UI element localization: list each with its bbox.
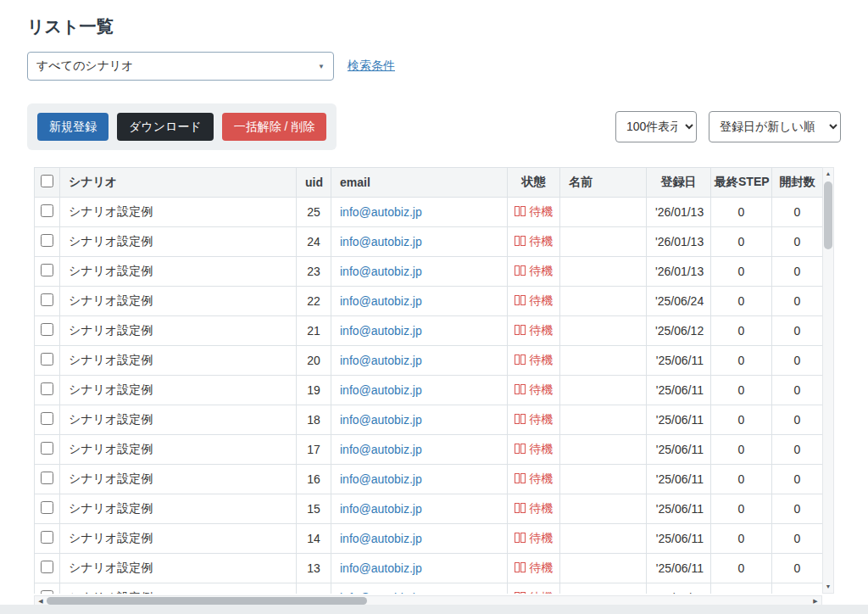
- scenario-select-value: すべてのシナリオ: [36, 59, 134, 74]
- missing-glyph-icon: [515, 531, 526, 544]
- email-link[interactable]: info@autobiz.jp: [340, 354, 422, 367]
- new-registration-button[interactable]: 新規登録: [37, 113, 108, 141]
- email-link[interactable]: info@autobiz.jp: [340, 591, 422, 594]
- filter-row: すべてのシナリオ ▼ 検索条件: [27, 52, 841, 81]
- row-checkbox[interactable]: [41, 323, 53, 336]
- cell-scenario: シナリオ設定例: [60, 256, 297, 286]
- email-link[interactable]: info@autobiz.jp: [340, 383, 422, 397]
- cell-last-step: 0: [711, 434, 772, 464]
- cell-uid: 20: [297, 345, 331, 375]
- row-checkbox-cell: [35, 523, 60, 553]
- cell-scenario: シナリオ設定例: [60, 315, 297, 345]
- row-checkbox[interactable]: [41, 234, 53, 247]
- header-scenario: シナリオ: [60, 167, 297, 197]
- row-checkbox[interactable]: [41, 472, 53, 484]
- cell-uid: 25: [297, 197, 331, 226]
- horizontal-scrollbar-thumb[interactable]: [47, 597, 367, 605]
- row-checkbox[interactable]: [41, 561, 53, 573]
- download-button[interactable]: ダウンロード: [117, 113, 214, 141]
- table-row: シナリオ設定例 15 info@autobiz.jp 待機 '25/06/11 …: [35, 494, 823, 523]
- table-row: シナリオ設定例 24 info@autobiz.jp 待機 '26/01/13 …: [35, 226, 823, 256]
- cell-date: '25/06/11: [647, 494, 711, 523]
- cell-name: [560, 286, 647, 315]
- email-link[interactable]: info@autobiz.jp: [340, 324, 422, 338]
- row-checkbox-cell: [35, 256, 60, 286]
- missing-glyph-icon: [515, 353, 526, 366]
- search-conditions-link[interactable]: 検索条件: [348, 59, 395, 74]
- list-table-area: シナリオ uid email 状態 名前 登録日 最終STEP 開封数 シナリオ…: [34, 167, 834, 594]
- cell-date: '26/01/13: [647, 256, 711, 286]
- cell-uid: 21: [297, 315, 331, 345]
- header-uid: uid: [297, 167, 331, 197]
- table-row: シナリオ設定例 18 info@autobiz.jp 待機 '25/06/11 …: [35, 405, 823, 434]
- missing-glyph-icon: [515, 264, 526, 277]
- cell-date: '26/01/13: [647, 197, 711, 226]
- row-checkbox[interactable]: [41, 412, 53, 425]
- table-row: シナリオ設定例 22 info@autobiz.jp 待機 '25/06/24 …: [35, 286, 823, 315]
- bulk-delete-button[interactable]: 一括解除 / 削除: [222, 113, 327, 141]
- missing-glyph-icon: [515, 472, 526, 485]
- button-group: 新規登録 ダウンロード 一括解除 / 削除: [27, 103, 337, 150]
- row-checkbox-cell: [35, 434, 60, 464]
- cell-scenario: シナリオ設定例: [60, 226, 297, 256]
- row-checkbox[interactable]: [41, 442, 53, 455]
- scenario-select[interactable]: すべてのシナリオ ▼: [27, 52, 334, 81]
- cell-opens: 0: [772, 434, 823, 464]
- select-all-checkbox[interactable]: [41, 175, 53, 187]
- status-label: 待機: [530, 501, 554, 515]
- header-last-step: 最終STEP: [711, 167, 772, 197]
- missing-glyph-icon: [515, 501, 526, 515]
- status-label: 待機: [530, 382, 554, 396]
- cell-status: 待機: [508, 553, 560, 583]
- cell-status: 待機: [508, 197, 560, 226]
- cell-scenario: シナリオ設定例: [60, 434, 297, 464]
- cell-last-step: 0: [711, 226, 772, 256]
- per-page-select[interactable]: 100件表示: [615, 111, 697, 142]
- email-link[interactable]: info@autobiz.jp: [340, 413, 422, 427]
- table-row: シナリオ設定例 17 info@autobiz.jp 待機 '25/06/11 …: [35, 434, 823, 464]
- table-row: シナリオ設定例 25 info@autobiz.jp 待機 '26/01/13 …: [35, 197, 823, 226]
- missing-glyph-icon: [515, 234, 526, 248]
- email-link[interactable]: info@autobiz.jp: [340, 235, 422, 248]
- row-checkbox[interactable]: [41, 590, 53, 594]
- cell-status: 待機: [508, 405, 560, 434]
- row-checkbox-cell: [35, 583, 60, 594]
- scroll-up-icon[interactable]: ▲: [823, 168, 833, 180]
- email-link[interactable]: info@autobiz.jp: [340, 294, 422, 308]
- email-link[interactable]: info@autobiz.jp: [340, 561, 422, 575]
- cell-uid: 12: [297, 583, 331, 594]
- sort-order-select[interactable]: 登録日が新しい順: [709, 111, 841, 142]
- row-checkbox-cell: [35, 286, 60, 315]
- cell-email: info@autobiz.jp: [331, 523, 508, 553]
- vertical-scrollbar-thumb[interactable]: [824, 181, 832, 249]
- cell-date: '25/06/11: [647, 405, 711, 434]
- table-row: シナリオ設定例 16 info@autobiz.jp 待機 '25/06/11 …: [35, 464, 823, 494]
- cell-opens: 0: [772, 553, 823, 583]
- cell-email: info@autobiz.jp: [331, 256, 508, 286]
- row-checkbox[interactable]: [41, 264, 53, 276]
- scroll-down-icon[interactable]: ▼: [823, 581, 833, 593]
- cell-status: 待機: [508, 345, 560, 375]
- email-link[interactable]: info@autobiz.jp: [340, 265, 422, 278]
- row-checkbox[interactable]: [41, 353, 53, 366]
- cell-email: info@autobiz.jp: [331, 464, 508, 494]
- email-link[interactable]: info@autobiz.jp: [340, 205, 422, 219]
- email-link[interactable]: info@autobiz.jp: [340, 472, 422, 486]
- row-checkbox[interactable]: [41, 382, 53, 395]
- vertical-scrollbar[interactable]: ▲ ▼: [822, 167, 834, 594]
- row-checkbox[interactable]: [41, 293, 53, 306]
- status-label: 待機: [530, 472, 554, 485]
- email-link[interactable]: info@autobiz.jp: [340, 532, 422, 545]
- row-checkbox[interactable]: [41, 501, 53, 514]
- header-opens: 開封数: [772, 167, 823, 197]
- cell-status: 待機: [508, 256, 560, 286]
- email-link[interactable]: info@autobiz.jp: [340, 443, 422, 456]
- row-checkbox[interactable]: [41, 204, 53, 217]
- row-checkbox-cell: [35, 315, 60, 345]
- cell-name: [560, 226, 647, 256]
- cell-last-step: 0: [711, 197, 772, 226]
- cell-scenario: シナリオ設定例: [60, 494, 297, 523]
- row-checkbox[interactable]: [41, 531, 53, 544]
- cell-last-step: 0: [711, 553, 772, 583]
- email-link[interactable]: info@autobiz.jp: [340, 502, 422, 516]
